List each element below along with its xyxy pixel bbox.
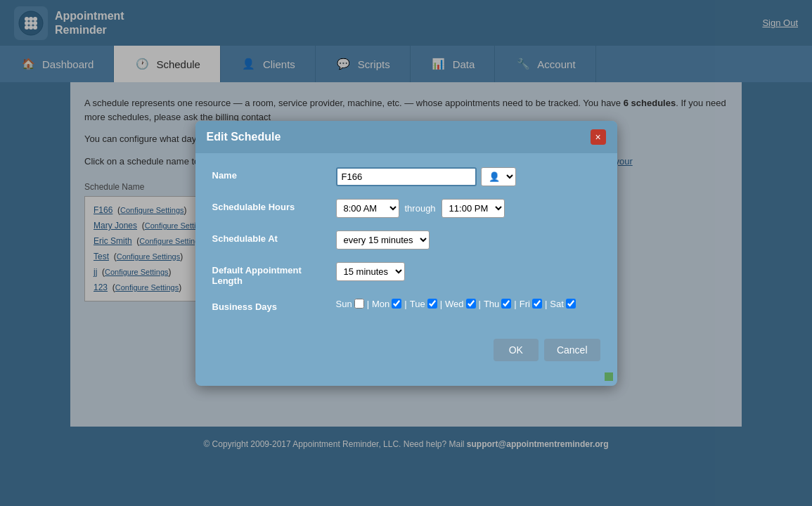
schedulable-at-label: Schedulable At: [212, 231, 325, 244]
name-row: Name 👤: [212, 167, 600, 186]
ok-button[interactable]: OK: [494, 339, 539, 361]
day-fri-checkbox[interactable]: [532, 299, 542, 309]
hours-row: Schedulable Hours 8:00 AM 9:00 AM 10:00 …: [212, 199, 600, 218]
edit-schedule-modal: Edit Schedule × Name 👤 Schedulable Ho: [195, 121, 617, 386]
business-days-label: Business Days: [212, 299, 325, 312]
resize-handle[interactable]: [605, 372, 613, 381]
day-thu-label: Thu: [484, 299, 499, 309]
cancel-button[interactable]: Cancel: [544, 339, 600, 361]
modal-overlay: Edit Schedule × Name 👤 Schedulable Ho: [0, 0, 812, 506]
hours-label: Schedulable Hours: [212, 199, 325, 212]
day-tue: Tue: [410, 299, 437, 309]
appt-length-row: Default Appointment Length 15 minutes 30…: [212, 262, 600, 286]
day-mon-checkbox[interactable]: [392, 299, 401, 309]
through-label: through: [405, 203, 436, 214]
day-sat: Sat: [550, 299, 576, 309]
business-days-row: Business Days Sun | Mon |: [212, 299, 600, 312]
hours-controls: 8:00 AM 9:00 AM 10:00 AM through 11:00 P…: [336, 199, 600, 218]
day-sat-label: Sat: [550, 299, 564, 309]
appt-length-label: Default Appointment Length: [212, 262, 325, 286]
schedulable-at-controls: every 15 minutes every 30 minutes every …: [336, 231, 600, 249]
day-wed-label: Wed: [445, 299, 464, 309]
day-mon-label: Mon: [372, 299, 389, 309]
day-thu: Thu: [484, 299, 511, 309]
modal-body: Name 👤 Schedulable Hours 8:00: [195, 153, 617, 339]
day-mon: Mon: [372, 299, 401, 309]
day-tue-checkbox[interactable]: [427, 299, 437, 309]
day-thu-checkbox[interactable]: [501, 299, 511, 309]
day-wed-checkbox[interactable]: [466, 299, 476, 309]
day-sun: Sun: [336, 299, 364, 309]
day-sun-checkbox[interactable]: [354, 299, 364, 309]
day-tue-label: Tue: [410, 299, 425, 309]
day-sun-label: Sun: [336, 299, 352, 309]
modal-header: Edit Schedule ×: [195, 121, 617, 153]
day-fri: Fri: [520, 299, 542, 309]
schedulable-at-row: Schedulable At every 15 minutes every 30…: [212, 231, 600, 249]
name-label: Name: [212, 167, 325, 181]
business-days-controls: Sun | Mon | Tue |: [336, 299, 600, 309]
day-wed: Wed: [445, 299, 476, 309]
appt-length-select[interactable]: 15 minutes 30 minutes 60 minutes: [336, 262, 405, 281]
to-time-select[interactable]: 11:00 PM 10:00 PM 9:00 PM: [442, 199, 505, 218]
person-select[interactable]: 👤: [481, 167, 516, 186]
modal-footer: OK Cancel: [195, 339, 617, 372]
interval-select[interactable]: every 15 minutes every 30 minutes every …: [336, 231, 430, 249]
name-controls: 👤: [336, 167, 600, 186]
day-fri-label: Fri: [520, 299, 530, 309]
appt-length-controls: 15 minutes 30 minutes 60 minutes: [336, 262, 600, 281]
modal-close-button[interactable]: ×: [591, 129, 606, 145]
day-sat-checkbox[interactable]: [566, 299, 576, 309]
name-input[interactable]: [336, 167, 477, 186]
modal-title: Edit Schedule: [207, 131, 281, 143]
from-time-select[interactable]: 8:00 AM 9:00 AM 10:00 AM: [336, 199, 399, 218]
